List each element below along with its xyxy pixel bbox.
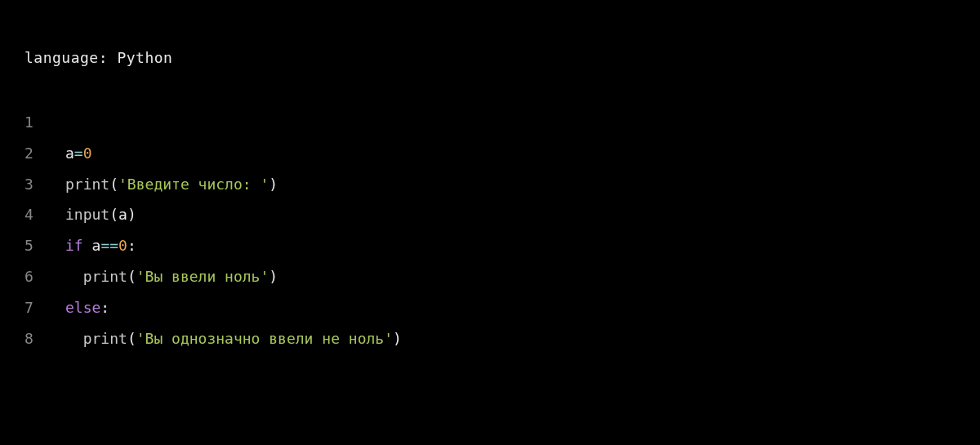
code-token: print bbox=[83, 330, 127, 347]
code-token: 'Введите число: ' bbox=[118, 176, 269, 193]
code-line: 4input(a) bbox=[24, 199, 956, 230]
code-token: : bbox=[127, 237, 136, 254]
code-token: ) bbox=[393, 330, 402, 347]
line-number: 1 bbox=[24, 107, 65, 138]
code-line: 5if a==0: bbox=[24, 230, 956, 261]
code-line: 6 print('Вы ввели ноль') bbox=[24, 261, 956, 292]
line-number: 7 bbox=[24, 292, 65, 323]
code-token: : bbox=[100, 299, 109, 316]
code-token bbox=[65, 268, 83, 285]
code-token: print bbox=[65, 176, 109, 193]
line-number: 2 bbox=[24, 138, 65, 169]
language-value: Python bbox=[117, 49, 172, 66]
code-token: ) bbox=[127, 206, 136, 223]
code-token: ( bbox=[109, 206, 118, 223]
code-token: ( bbox=[127, 330, 136, 347]
code-token bbox=[65, 330, 83, 347]
code-content: print('Вы однозначно ввели не ноль') bbox=[65, 323, 402, 354]
code-token: a bbox=[83, 237, 101, 254]
code-line: 7else: bbox=[24, 292, 956, 323]
code-token: == bbox=[100, 237, 118, 254]
code-token: a bbox=[65, 145, 74, 162]
code-token: else bbox=[65, 299, 100, 316]
language-label: language: Python bbox=[24, 49, 956, 66]
code-content: print('Вы ввели ноль') bbox=[65, 261, 278, 292]
code-content: if a==0: bbox=[65, 230, 136, 261]
language-prefix: language: bbox=[24, 49, 117, 66]
code-content: print('Введите число: ') bbox=[65, 169, 278, 200]
code-token: if bbox=[65, 237, 83, 254]
code-token: 0 bbox=[83, 145, 92, 162]
code-token: a bbox=[118, 206, 127, 223]
code-token: = bbox=[74, 145, 83, 162]
code-token: print bbox=[83, 268, 127, 285]
line-number: 5 bbox=[24, 230, 65, 261]
code-token: 0 bbox=[118, 237, 127, 254]
code-token: ) bbox=[269, 176, 278, 193]
code-token: 'Вы ввели ноль' bbox=[136, 268, 270, 285]
line-number: 6 bbox=[24, 261, 65, 292]
line-number: 8 bbox=[24, 323, 65, 354]
code-line: 1 bbox=[24, 107, 956, 138]
code-line: 3print('Введите число: ') bbox=[24, 169, 956, 200]
code-token: ) bbox=[269, 268, 278, 285]
code-token: input bbox=[65, 206, 109, 223]
code-line: 2a=0 bbox=[24, 138, 956, 169]
code-token: ( bbox=[109, 176, 118, 193]
code-block: 12a=03print('Введите число: ')4input(a)5… bbox=[24, 107, 956, 354]
line-number: 4 bbox=[24, 199, 65, 230]
code-content: input(a) bbox=[65, 199, 136, 230]
code-content: a=0 bbox=[65, 138, 92, 169]
line-number: 3 bbox=[24, 169, 65, 200]
code-token: 'Вы однозначно ввели не ноль' bbox=[136, 330, 393, 347]
code-token: ( bbox=[127, 268, 136, 285]
code-content: else: bbox=[65, 292, 109, 323]
code-line: 8 print('Вы однозначно ввели не ноль') bbox=[24, 323, 956, 354]
